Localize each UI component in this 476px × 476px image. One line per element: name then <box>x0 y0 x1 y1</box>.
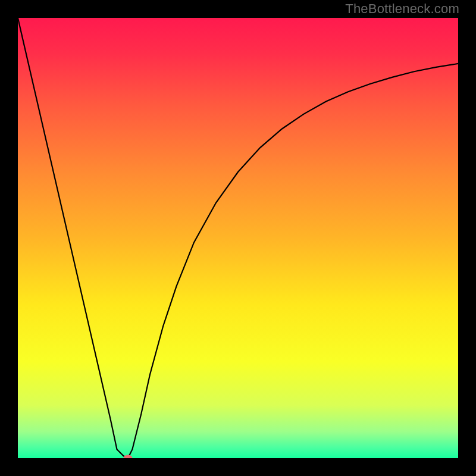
bottleneck-curve <box>18 18 458 458</box>
plot-area <box>18 18 458 458</box>
curve-layer <box>18 18 458 458</box>
minimum-marker <box>124 455 133 459</box>
chart-frame: TheBottleneck.com <box>0 0 476 476</box>
watermark-text: TheBottleneck.com <box>345 1 459 17</box>
